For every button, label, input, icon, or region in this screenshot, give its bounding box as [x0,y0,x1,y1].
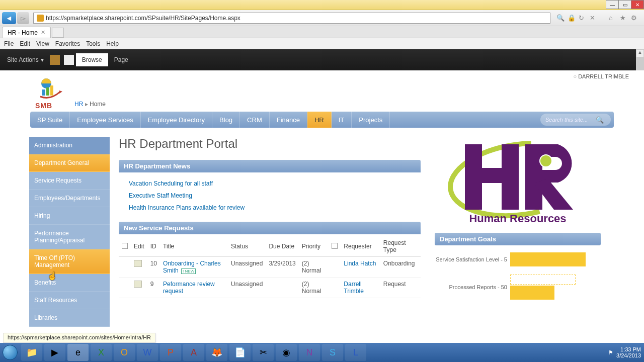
site-logo-text: SMB [35,102,65,110]
leftnav-administration[interactable]: Administration [29,137,110,154]
page-scrollbar[interactable]: ▲ [636,49,644,70]
taskbar-outlook-icon[interactable]: O [114,344,135,361]
col-type: Request Type [380,236,421,257]
start-button[interactable] [0,343,20,362]
row-title-link[interactable]: Peformance review request [163,281,215,295]
refresh-icon[interactable]: ↻ [579,14,587,22]
news-link[interactable]: Vacation Scheduling for all staff [129,177,411,190]
topnav-crm[interactable]: CRM [240,112,270,128]
taskbar-media-icon[interactable]: ▶ [44,344,65,361]
taskbar-notepad-icon[interactable]: 📄 [229,344,251,361]
leftnav-hiring[interactable]: Hiring [29,207,110,225]
topnav-hr[interactable]: HR [307,112,332,128]
current-user-label[interactable]: DARRELL TRIMBLE [573,73,629,79]
news-link[interactable]: Health Insurance Plans available for rev… [129,202,411,214]
topnav-blog[interactable]: Blog [212,112,240,128]
stop-icon[interactable]: ✕ [590,14,598,22]
topnav-projects[interactable]: Projects [352,112,390,128]
goal-bar-target [510,275,576,285]
padlock-icon [37,15,44,22]
ribbon-navigate-up-icon[interactable] [50,55,60,65]
taskbar-powerpoint-icon[interactable]: P [160,344,181,361]
taskbar-chrome-icon[interactable]: ◉ [276,344,297,361]
site-logo-icon[interactable] [35,76,65,102]
menu-view[interactable]: View [36,40,49,47]
row-requester-link[interactable]: Linda Hatch [344,260,376,267]
taskbar-excel-icon[interactable]: X [91,344,112,361]
select-all-checkbox[interactable] [122,243,128,249]
ribbon-tab-browse[interactable]: Browse [76,53,108,66]
ribbon-edit-icon[interactable] [64,55,74,65]
topnav-it[interactable]: IT [332,112,352,128]
menu-favorites[interactable]: Favorites [55,40,80,47]
breadcrumb-root[interactable]: HR [74,101,83,108]
home-icon[interactable]: ⌂ [609,14,617,22]
taskbar-snip-icon[interactable]: ✂ [253,344,274,361]
window-maximize-button[interactable]: ▭ [618,0,631,9]
col-status: Status [228,236,266,257]
browser-address-bar[interactable]: https://spmarketplace.sharepoint.com/SPs… [33,13,550,24]
leftnav-time-off[interactable]: Time Off (PTO) Management [29,249,110,274]
site-search-input[interactable] [545,117,596,123]
site-actions-button[interactable]: Site Actions▾ [3,54,48,65]
edit-item-icon[interactable] [134,260,142,267]
search-icon[interactable]: 🔍 [556,14,565,22]
window-close-button[interactable]: ✕ [631,0,644,9]
row-requester-link[interactable]: Darrell Trimble [344,281,364,295]
taskbar-word-icon[interactable]: W [137,344,158,361]
menu-tools[interactable]: Tools [86,40,100,47]
browser-tab-active[interactable]: HR - Home ✕ [2,27,51,38]
news-link[interactable]: Executive Staff Meeting [129,190,411,202]
browser-new-tab-button[interactable] [52,28,64,38]
browser-forward-button[interactable]: ▻ [17,12,29,24]
goal-bar [510,286,554,300]
taskbar-explorer-icon[interactable]: 📁 [21,344,42,361]
tab-title: HR - Home [8,29,38,36]
topnav-employee-services[interactable]: Employee Services [70,112,140,128]
taskbar-lync-icon[interactable]: L [345,344,366,361]
col-requester: Requester [341,236,380,257]
ribbon-tab-page[interactable]: Page [108,53,134,66]
tab-close-icon[interactable]: ✕ [41,29,45,36]
leftnav-service-requests[interactable]: Service Requests [29,172,110,190]
leftnav-libraries[interactable]: Libraries [29,309,110,327]
table-row[interactable]: 9 Peformance review request Unassigned (… [119,278,421,298]
top-navigation: SP Suite Employee Services Employee Dire… [30,112,614,128]
leftnav-staff-resources[interactable]: Staff Resources [29,292,110,309]
taskbar-onenote-icon[interactable]: N [299,344,320,361]
leftnav-benefits[interactable]: Benefits [29,274,110,292]
browser-tabstrip: HR - Home ✕ [0,26,644,38]
menu-help[interactable]: Help [106,40,119,47]
browser-status-bar: https://spmarketplace.sharepoint.com/sit… [3,333,155,343]
leftnav-department-general[interactable]: Department General [29,154,110,172]
menu-file[interactable]: File [4,40,14,47]
edit-item-icon[interactable] [134,281,142,288]
requests-table: Edit ID Title Status Due Date Priority R… [119,236,421,298]
tools-icon[interactable]: ⚙ [631,14,639,22]
table-row[interactable]: 10 Onboarding - Charles Smith ! NEW Unas… [119,257,421,278]
tray-clock[interactable]: 1:33 PM 3/24/2013 [616,346,641,358]
col-id: ID [147,236,160,257]
topnav-employee-directory[interactable]: Employee Directory [141,112,212,128]
taskbar-ie-icon[interactable]: e [67,344,89,361]
hr-logo: Human Resources [435,137,601,227]
browser-back-button[interactable]: ◄ [2,12,16,24]
sharepoint-ribbon: Site Actions▾ Browse Page ▲ [0,49,644,70]
leftnav-employees-departments[interactable]: Employees/Departments [29,190,110,207]
favorites-icon[interactable]: ★ [620,14,628,22]
topnav-sp-suite[interactable]: SP Suite [30,112,70,128]
window-minimize-button[interactable]: — [606,0,619,9]
taskbar-access-icon[interactable]: A [183,344,204,361]
search-icon[interactable]: 🔍 [596,116,604,124]
tray-flag-icon[interactable]: ⚑ [608,349,613,356]
window-titlebar: — ▭ ✕ [0,0,644,10]
site-search[interactable]: 🔍 [540,114,611,126]
topnav-finance[interactable]: Finance [270,112,307,128]
taskbar-skype-icon[interactable]: S [322,344,343,361]
col-requester-checkbox[interactable] [332,243,338,249]
menu-edit[interactable]: Edit [20,40,30,47]
windows-taskbar: 📁 ▶ e X O W P A 🦊 📄 ✂ ◉ N S L ⚑ 1:33 PM … [0,343,644,362]
taskbar-firefox-icon[interactable]: 🦊 [206,344,227,361]
goals-header: Department Goals [435,233,601,245]
leftnav-performance[interactable]: Performance Planning/Appraisal [29,225,110,249]
